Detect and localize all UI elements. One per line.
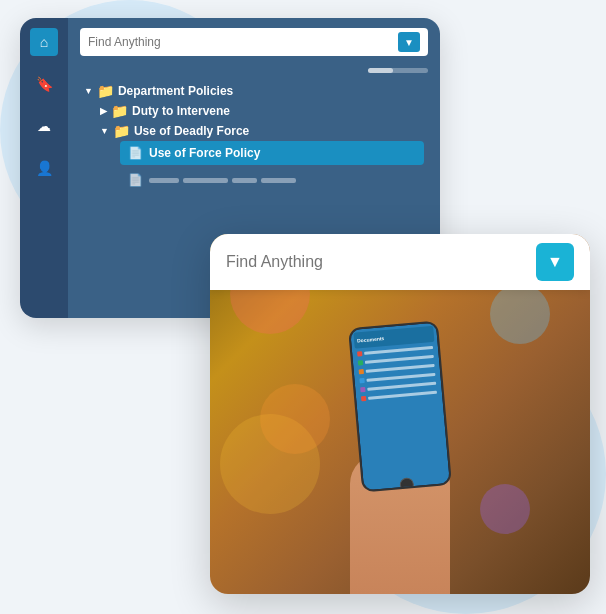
mobile-card: ▼ Documents [210,234,590,594]
phone-dot-5 [360,387,365,392]
mobile-search-dropdown-button[interactable]: ▼ [536,243,574,281]
phone-text-6 [368,391,437,400]
mobile-search-overlay: ▼ [210,234,590,290]
root-folder-icon: 📁 [97,83,114,99]
placeholder-bar-3 [232,178,257,183]
placeholder-bar-2 [183,178,228,183]
scrollbar-track [368,68,428,73]
phone-home-button [399,477,414,492]
sidebar-cloud-icon[interactable]: ☁ [30,112,58,140]
sidebar-home-icon[interactable]: ⌂ [30,28,58,56]
doc1-label: Use of Force Policy [149,146,260,160]
root-chevron-icon: ▼ [84,86,93,96]
mobile-search-input[interactable] [226,253,526,271]
doc2-placeholder [149,178,296,183]
tree-root-item: ▼ 📁 Department Policies ▶ 📁 Duty to Inte… [84,81,424,191]
desktop-search-bar[interactable]: ▼ [80,28,428,56]
sidebar: ⌂ 🔖 ☁ 👤 [20,18,68,318]
phone-device: Documents [348,320,452,492]
doc-placeholder-item[interactable]: 📄 [120,169,424,191]
tree-child-2-row[interactable]: ▼ 📁 Use of Deadly Force [84,121,424,141]
sidebar-user-icon[interactable]: 👤 [30,154,58,182]
doc1-icon: 📄 [128,146,143,160]
bokeh-4 [480,484,530,534]
phone-dot-6 [361,396,366,401]
child1-label: Duty to Intervene [132,104,230,118]
tree-child-1-row[interactable]: ▶ 📁 Duty to Intervene [84,101,424,121]
doc2-icon: 📄 [128,173,143,187]
desktop-search-dropdown-button[interactable]: ▼ [398,32,420,52]
tree-container: ▼ 📁 Department Policies ▶ 📁 Duty to Inte… [80,81,428,191]
child1-chevron-icon: ▶ [100,106,107,116]
doc-use-of-force-policy[interactable]: 📄 Use of Force Policy [120,141,424,165]
scrollbar-area [80,68,428,73]
hand-phone: Documents [320,314,480,594]
child2-label: Use of Deadly Force [134,124,249,138]
phone-dot-1 [357,351,362,356]
phone-dot-2 [358,360,363,365]
phone-screen-title: Documents [357,335,385,343]
sidebar-bookmark-icon[interactable]: 🔖 [30,70,58,98]
phone-screen: Documents [350,323,450,491]
placeholder-bar-1 [149,178,179,183]
placeholder-bar-4 [261,178,296,183]
tree-root-row[interactable]: ▼ 📁 Department Policies [84,81,424,101]
child2-folder-icon: 📁 [113,123,130,139]
phone-dot-3 [359,369,364,374]
bokeh-2 [490,284,550,344]
phone-dot-4 [359,378,364,383]
child2-chevron-icon: ▼ [100,126,109,136]
desktop-search-input[interactable] [88,35,398,49]
root-label: Department Policies [118,84,233,98]
scrollbar-thumb [368,68,393,73]
child1-folder-icon: 📁 [111,103,128,119]
